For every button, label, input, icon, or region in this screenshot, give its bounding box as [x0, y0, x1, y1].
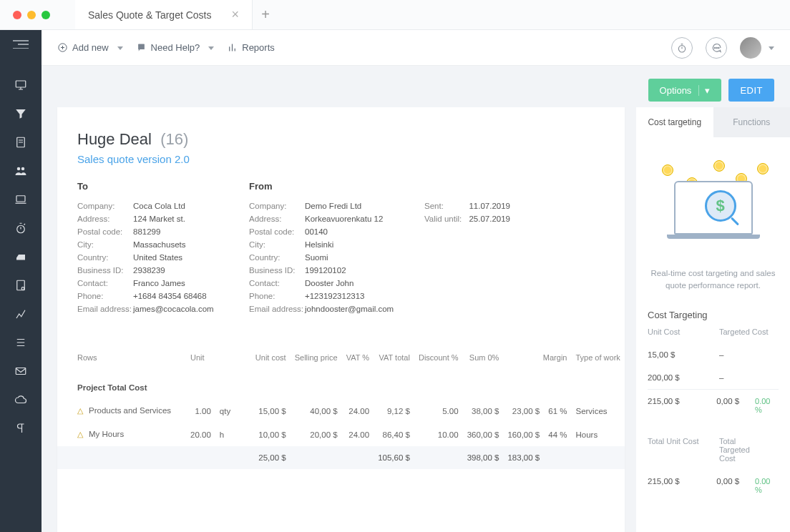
targeting-line: 15,00 $ –: [648, 343, 779, 366]
svg-rect-10: [138, 44, 145, 50]
tab-functions[interactable]: Functions: [713, 107, 791, 137]
minimize-window-icon[interactable]: [27, 11, 36, 19]
close-tab-icon[interactable]: ×: [232, 7, 240, 22]
date-sent: 11.07.2019: [469, 202, 510, 210]
to-heading: To: [77, 181, 249, 192]
funnel-icon[interactable]: [14, 107, 27, 120]
edit-button[interactable]: EDIT: [728, 79, 774, 102]
sidebar: [0, 30, 42, 532]
from-postal: 00140: [305, 227, 328, 236]
add-new-label: Add new: [72, 42, 109, 53]
from-contact: Dooster John: [305, 279, 353, 287]
rows-table: Rows Unit Unit cost Selling price VAT % …: [57, 346, 625, 469]
targeting-illustration: $: [648, 157, 779, 257]
traffic-lights: [13, 11, 50, 19]
to-country: United States: [133, 253, 182, 262]
to-phone: +1684 84354 68468: [133, 292, 207, 300]
chat-icon[interactable]: [706, 37, 727, 59]
reports-button[interactable]: Reports: [227, 42, 275, 53]
svg-point-2: [17, 167, 21, 171]
laptop-icon[interactable]: [14, 193, 27, 206]
maximize-window-icon[interactable]: [42, 11, 50, 19]
tab-title: Sales Quote & Target Costs: [88, 9, 212, 21]
dates-section: Sent:11.07.2019 Valid until:25.07.2019: [424, 181, 510, 317]
from-address: Korkeavuorenkatu 12: [305, 215, 383, 223]
svg-rect-4: [16, 196, 25, 202]
chevron-down-icon: [764, 43, 774, 53]
targeting-line: 200,00 $ –: [648, 366, 779, 389]
from-company: Demo Fredi Ltd: [305, 202, 361, 210]
from-business-id: 199120102: [305, 266, 346, 275]
top-toolbar: Add new Need Help? Reports: [42, 30, 790, 66]
svg-point-7: [21, 287, 24, 290]
chevron-down-icon: ▾: [698, 85, 710, 96]
panel-caption: Real-time cost targeting and sales quote…: [648, 267, 779, 292]
timer-icon[interactable]: [671, 37, 693, 59]
from-heading: From: [249, 181, 424, 192]
to-contact: Franco James: [133, 279, 185, 287]
hand-icon[interactable]: [14, 250, 27, 263]
tab-sales-quote[interactable]: Sales Quote & Target Costs ×: [75, 0, 253, 29]
tab-cost-targeting[interactable]: Cost targeting: [636, 107, 713, 137]
from-phone: +123192312313: [305, 292, 364, 300]
options-button[interactable]: Options ▾: [648, 79, 722, 102]
avatar: [740, 37, 761, 59]
svg-rect-6: [17, 280, 25, 290]
targeting-total: 215,00 $ 0,00 $ 0.00 %: [648, 470, 779, 501]
svg-point-12: [714, 47, 715, 48]
table-row[interactable]: My Hours 20.00 h 10,00 $ 20,00 $ 24.00 8…: [57, 423, 625, 446]
mail-icon[interactable]: [14, 365, 27, 378]
table-row[interactable]: Products and Services 1.00 qty 15,00 $ 4…: [57, 399, 625, 423]
date-valid: 25.07.2019: [469, 215, 510, 223]
to-postal: 881299: [133, 227, 160, 236]
from-section: From Company:Demo Fredi Ltd Address:Kork…: [249, 181, 424, 317]
reports-label: Reports: [242, 42, 275, 53]
deal-count: (16): [160, 130, 188, 148]
to-address: 124 Market st.: [133, 215, 185, 223]
svg-rect-8: [16, 368, 26, 375]
targeting-subtotal: 215,00 $ 0,00 $ 0.00 %: [648, 389, 779, 421]
quote-card: Huge Deal (16) Sales quote version 2.0 T…: [57, 107, 625, 532]
section-title: Project Total Cost: [57, 369, 625, 399]
hamburger-icon[interactable]: [13, 40, 29, 49]
to-city: Massachusets: [133, 240, 186, 249]
close-window-icon[interactable]: [13, 11, 21, 19]
svg-point-3: [21, 167, 25, 171]
from-city: Helsinki: [305, 240, 333, 249]
cloud-icon[interactable]: [14, 393, 27, 406]
action-bar: Options ▾ EDIT: [42, 66, 790, 102]
chevron-down-icon: [204, 42, 214, 53]
presentation-icon[interactable]: [14, 79, 27, 92]
quote-subtitle: Sales quote version 2.0: [77, 153, 605, 165]
right-panel: Cost targeting Functions $: [636, 107, 790, 532]
user-menu[interactable]: [740, 37, 774, 59]
options-label: Options: [660, 85, 692, 96]
list-icon[interactable]: [14, 336, 27, 349]
deal-title: Huge Deal (16): [77, 130, 605, 149]
paragraph-icon[interactable]: [14, 422, 27, 435]
users-icon[interactable]: [14, 164, 27, 177]
need-help-button[interactable]: Need Help?: [136, 42, 215, 53]
svg-point-13: [716, 47, 717, 48]
stopwatch-icon[interactable]: [14, 222, 27, 235]
window-titlebar: Sales Quote & Target Costs × +: [0, 0, 790, 30]
svg-point-11: [678, 45, 685, 51]
svg-rect-0: [16, 81, 26, 87]
document-icon[interactable]: [14, 136, 27, 149]
invoice-icon[interactable]: [14, 279, 27, 292]
need-help-label: Need Help?: [151, 42, 200, 53]
from-email: johndooster@gmail.com: [305, 305, 394, 313]
to-business-id: 2938239: [133, 266, 165, 275]
to-section: To Company:Coca Cola Ltd Address:124 Mar…: [77, 181, 249, 317]
panel-heading: Cost Targeting: [648, 310, 779, 320]
chart-icon[interactable]: [14, 307, 27, 320]
to-email: james@cocacola.com: [133, 305, 214, 313]
chevron-down-icon: [113, 42, 123, 53]
to-company: Coca Cola Ltd: [133, 202, 185, 210]
edit-label: EDIT: [740, 85, 763, 96]
totals-row: 25,00 $ 105,60 $ 398,00 $ 183,00 $: [57, 446, 625, 469]
add-new-button[interactable]: Add new: [57, 42, 123, 53]
from-country: Suomi: [305, 253, 328, 262]
svg-point-14: [718, 47, 719, 48]
new-tab-button[interactable]: +: [253, 6, 278, 23]
